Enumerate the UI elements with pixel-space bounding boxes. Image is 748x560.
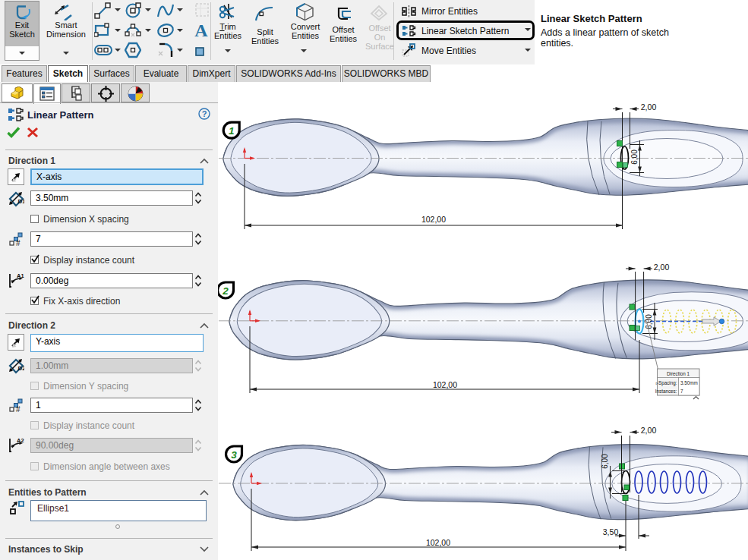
svg-text:A1: A1 <box>17 272 24 279</box>
svg-text:?: ? <box>202 109 207 118</box>
svg-text:D1: D1 <box>18 198 25 205</box>
svg-text:A: A <box>194 21 208 39</box>
svg-text:2: 2 <box>222 285 229 297</box>
svg-text:2,00: 2,00 <box>641 426 657 435</box>
svg-text:1: 1 <box>229 125 235 137</box>
svg-text:3: 3 <box>231 449 237 461</box>
svg-text:▹Spacing:: ▹Spacing: <box>656 380 677 386</box>
svg-text:6,00: 6,00 <box>601 454 609 469</box>
svg-text:2,00: 2,00 <box>654 263 670 272</box>
svg-text:3,50: 3,50 <box>603 527 619 536</box>
svg-text:#: # <box>16 239 21 247</box>
svg-text:Instances:: Instances: <box>655 389 677 394</box>
svg-text:Direction 1: Direction 1 <box>667 371 690 376</box>
svg-text:6,00: 6,00 <box>645 314 653 329</box>
svg-text:102,00: 102,00 <box>433 380 457 389</box>
svg-text:6,00: 6,00 <box>630 149 639 165</box>
svg-text:A2: A2 <box>17 437 24 444</box>
svg-text:#: # <box>16 405 21 413</box>
svg-text:102,00: 102,00 <box>426 538 450 547</box>
svg-text:3.50mm: 3.50mm <box>680 380 698 385</box>
svg-text:7: 7 <box>680 389 683 394</box>
svg-text:D2: D2 <box>18 365 25 372</box>
svg-text:102,00: 102,00 <box>421 215 446 224</box>
svg-text:2,00: 2,00 <box>641 102 657 112</box>
